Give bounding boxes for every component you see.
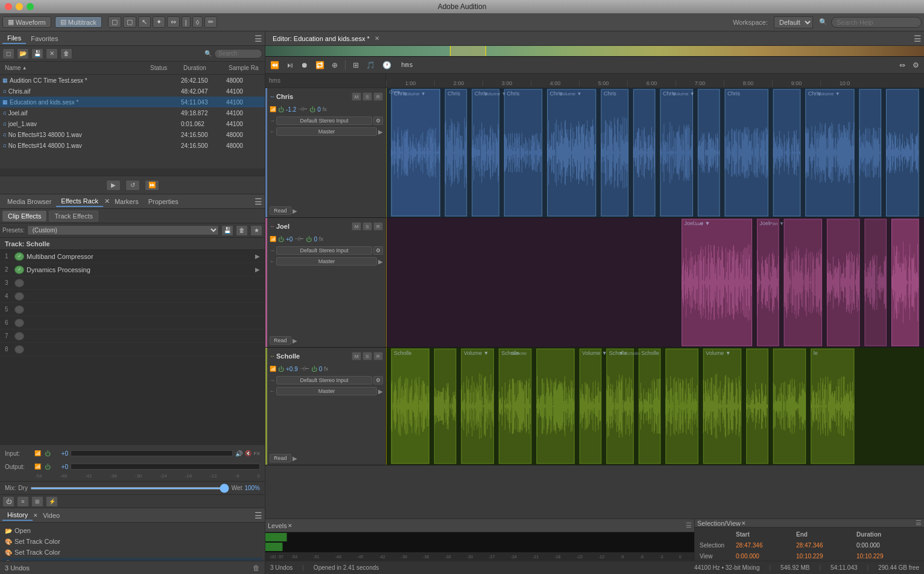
close-file-btn[interactable]: ✕ [46, 48, 58, 59]
chris-input-btn[interactable]: Default Stereo Input [276, 116, 372, 125]
minimize-button[interactable] [16, 3, 23, 10]
tb-btn-1[interactable]: ▢ [108, 16, 121, 28]
workspace-select[interactable]: Default [774, 16, 813, 28]
settings-ed-btn[interactable]: ⚙ [910, 60, 922, 71]
levels-tab[interactable]: Levels [268, 522, 287, 529]
tb-pencil[interactable]: ✏ [204, 16, 217, 28]
play-stop-btn[interactable]: ⏯ [284, 60, 296, 71]
zoom-in-btn[interactable]: ⊕ [329, 60, 340, 71]
joel-mute-btn[interactable]: M [352, 222, 361, 231]
tab-effects-rack[interactable]: Effects Rack [56, 196, 103, 207]
zoom-full-btn[interactable]: ⇔ [897, 60, 908, 71]
joel-input-btn[interactable]: Default Stereo Input [276, 246, 372, 255]
loop-btn-ed[interactable]: 🔁 [313, 60, 327, 71]
files-scrollbar[interactable] [0, 168, 265, 176]
tracks-scroll[interactable]: ↔ Chris M S R 📶 ⏻ -1.2 ⊣⊢ ⏻ 0 [265, 88, 924, 518]
panel-menu-effects[interactable]: ☰ [255, 197, 262, 206]
close-levels-tab[interactable]: ✕ [288, 523, 293, 529]
file-item[interactable]: ♫ Joel.aif 49:18.872 44100 [0, 107, 265, 118]
tb-cursor[interactable]: ↖ [138, 16, 151, 28]
maximize-button[interactable] [27, 3, 34, 10]
metronome-btn[interactable]: 🎵 [364, 60, 378, 71]
search-input[interactable] [831, 17, 922, 28]
tb-fade[interactable]: ◊ [192, 16, 203, 28]
tab-properties[interactable]: Properties [144, 197, 183, 206]
loop-btn[interactable]: ↺ [125, 180, 140, 191]
save-btn[interactable]: 💾 [31, 48, 43, 59]
mix-slider[interactable] [30, 487, 229, 489]
settings-btn[interactable]: ⚡ [46, 496, 58, 507]
tb-razor[interactable]: | [182, 16, 191, 28]
tab-history[interactable]: History [2, 510, 33, 521]
snap-btn[interactable]: ⊞ [350, 60, 361, 71]
file-item[interactable]: ♫ No Effects#13 48000 1.wav 24:16.500 48… [0, 129, 265, 140]
file-item[interactable]: ▦ Education and kids.sesx * 54:11.043 44… [0, 97, 265, 107]
delete-btn[interactable]: 🗑 [60, 48, 72, 59]
close-selection-tab[interactable]: ✕ [741, 520, 746, 526]
chris-mute-btn[interactable]: M [352, 92, 361, 101]
save-preset-btn[interactable]: 💾 [221, 225, 233, 236]
editor-panel-menu[interactable]: ☰ [914, 34, 922, 43]
joel-output-btn[interactable]: Master [276, 257, 377, 266]
close-editor-tab[interactable]: ✕ [375, 35, 379, 42]
open-btn[interactable]: 📂 [17, 48, 29, 59]
scholle-input-settings[interactable]: ⚙ [373, 376, 383, 384]
play-btn[interactable]: ▶ [106, 180, 121, 191]
presets-select[interactable]: (Custom) [27, 225, 219, 235]
effect-power-btn[interactable]: ✓ [14, 266, 24, 274]
joel-input-settings[interactable]: ⚙ [373, 246, 383, 255]
chris-input-settings[interactable]: ⚙ [373, 116, 383, 125]
chris-solo-btn[interactable]: S [362, 92, 372, 101]
scholle-output-btn[interactable]: Master [276, 387, 377, 395]
timeline-overview[interactable] [265, 46, 924, 57]
effect-item[interactable]: 2 ✓ Dynamics Processing ▶ [0, 263, 265, 276]
rewind-btn[interactable]: ⏪ [268, 60, 282, 71]
joel-auto-btn[interactable]: Read [270, 336, 291, 345]
file-item[interactable]: ♫ No Effects#14 48000 1.wav 24:16.500 48… [0, 140, 265, 151]
timecode-btn[interactable]: 🕐 [380, 60, 394, 71]
history-item[interactable]: 📂 Open [2, 525, 262, 536]
effect-power-btn[interactable] [14, 345, 24, 354]
close-button[interactable] [5, 3, 12, 10]
levels-menu[interactable]: ☰ [686, 521, 692, 529]
track-waveform-scholle[interactable] [386, 348, 924, 465]
file-item[interactable]: ♫ joel_1.wav 0:01.062 44100 [0, 118, 265, 129]
autoplay-btn[interactable]: ⏩ [145, 180, 159, 191]
chris-record-btn[interactable]: R [373, 92, 383, 101]
effect-item[interactable]: 1 ✓ Multiband Compressor ▶ [0, 250, 265, 263]
list-view-btn[interactable]: ≡ [17, 496, 29, 507]
track-waveform-chris[interactable]: Chris [386, 88, 924, 217]
selection-tab[interactable]: Selection/View [697, 520, 741, 527]
new-session-btn[interactable]: ◻ [2, 48, 14, 59]
tab-markers[interactable]: Markers [110, 197, 144, 206]
effect-power-btn[interactable] [14, 279, 24, 287]
scholle-record-btn[interactable]: R [373, 352, 383, 360]
scholle-mute-btn[interactable]: M [352, 352, 361, 360]
power-all-btn[interactable]: ⏻ [2, 496, 14, 507]
scholle-solo-btn[interactable]: S [362, 352, 372, 360]
chris-output-btn[interactable]: Master [276, 127, 377, 136]
clear-history-btn[interactable]: 🗑 [253, 564, 260, 572]
effect-power-btn[interactable] [14, 319, 24, 327]
file-item[interactable]: ♫ Chris.aif 48:42.047 44100 [0, 86, 265, 97]
graph-view-btn[interactable]: ⊞ [31, 496, 43, 507]
tb-btn-2[interactable]: ▢ [123, 16, 136, 28]
history-item[interactable]: 🎨 Set Track Color [2, 547, 262, 558]
tb-move[interactable]: ⇔ [167, 16, 180, 28]
tab-video[interactable]: Video [38, 511, 65, 520]
history-item[interactable]: 🎨 Set Track Color [2, 536, 262, 547]
effect-power-btn[interactable] [14, 332, 24, 340]
multitrack-button[interactable]: ▤ Multitrack [55, 16, 102, 28]
panel-menu-files[interactable]: ☰ [255, 34, 262, 43]
effect-power-btn[interactable]: ✓ [14, 252, 24, 261]
favorite-preset-btn[interactable]: ★ [250, 225, 262, 236]
delete-preset-btn[interactable]: 🗑 [236, 225, 248, 236]
files-search-input[interactable] [214, 49, 262, 59]
panel-menu-history[interactable]: ☰ [255, 511, 262, 520]
selection-menu[interactable]: ☰ [916, 519, 922, 527]
file-item[interactable]: ▦ Audition CC Time Test.sesx * 26:42.150… [0, 75, 265, 86]
record-btn[interactable]: ⏺ [299, 60, 311, 71]
tab-media-browser[interactable]: Media Browser [2, 197, 56, 206]
effect-power-btn[interactable] [14, 292, 24, 301]
tb-select[interactable]: ✦ [153, 16, 165, 28]
